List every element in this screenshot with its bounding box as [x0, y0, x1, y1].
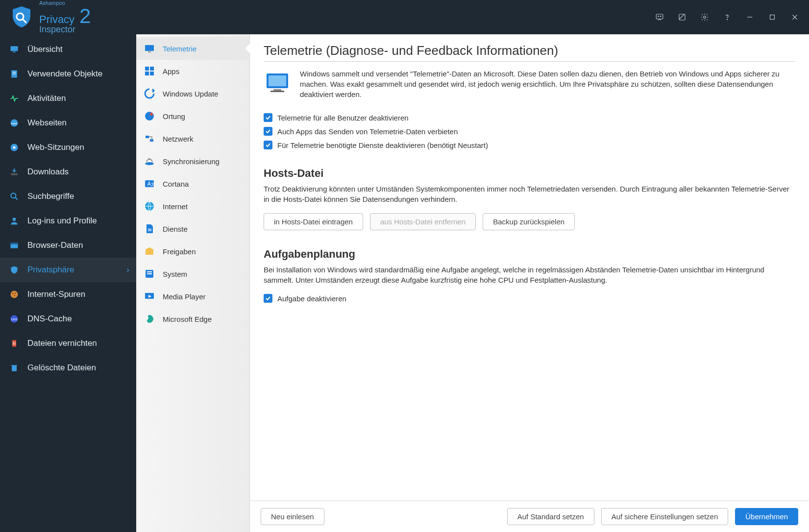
- apply-button[interactable]: Übernehmen: [735, 508, 798, 525]
- download-icon: [9, 167, 20, 177]
- svg-rect-33: [12, 340, 16, 346]
- category-item-system[interactable]: System: [136, 263, 249, 285]
- close-icon[interactable]: [784, 7, 805, 27]
- task-disable-checkbox[interactable]: Aufgabe deaktivieren: [264, 294, 795, 303]
- secure-settings-button[interactable]: Auf sichere Einstellungen setzen: [601, 508, 729, 525]
- svg-rect-39: [148, 51, 151, 52]
- window-controls: [649, 7, 805, 27]
- browser-icon: [9, 240, 20, 251]
- category-label: Apps: [163, 67, 179, 75]
- category-item-cortana[interactable]: A文Cortana: [136, 172, 249, 195]
- checkbox-checked-icon: [264, 127, 272, 136]
- activity-icon: [9, 93, 20, 104]
- sidebar-item-label: Webseiten: [27, 118, 67, 128]
- sidebar-item-label: Web-Sitzungen: [27, 143, 84, 152]
- hosts-add-button[interactable]: in Hosts-Datei eintragen: [264, 213, 363, 230]
- sidebar-item-label: DNS-Cache: [27, 314, 72, 324]
- checkbox-label: Telemetrie für alle Benutzer deaktiviere…: [277, 114, 409, 122]
- svg-rect-5: [679, 14, 685, 20]
- category-item-windows-update[interactable]: Windows Update: [136, 82, 249, 105]
- minimize-icon[interactable]: [739, 7, 760, 27]
- sidebar: ÜbersichtVerwendete ObjekteAktivitätenww…: [0, 34, 136, 532]
- sidebar-item-cookie[interactable]: Internet-Spuren: [0, 282, 136, 307]
- checkbox-checked-icon: [264, 141, 272, 149]
- category-item-synchronisierung[interactable]: Synchronisierung: [136, 150, 249, 172]
- hosts-title: Hosts-Datei: [264, 167, 795, 180]
- shield-icon: [9, 265, 20, 275]
- reload-button[interactable]: Neu einlesen: [261, 508, 324, 525]
- svg-rect-9: [770, 15, 775, 20]
- reset-default-button[interactable]: Auf Standard setzen: [507, 508, 594, 525]
- sidebar-item-download[interactable]: Downloads: [0, 160, 136, 184]
- category-item-ortung[interactable]: Ortung: [136, 105, 249, 127]
- svg-point-6: [704, 16, 706, 19]
- svg-rect-16: [13, 73, 16, 74]
- content-area: Telemetrie (Diagnose- und Feedback Infor…: [250, 34, 809, 532]
- app-window: Ashampoo Privacy Inspector 2 Übers: [0, 0, 809, 532]
- sidebar-item-monitor[interactable]: Übersicht: [0, 37, 136, 62]
- category-icon: [143, 245, 156, 258]
- category-label: Netzwerk: [163, 135, 194, 143]
- sidebar-item-document[interactable]: Verwendete Objekte: [0, 62, 136, 86]
- category-item-netzwerk[interactable]: Netzwerk: [136, 127, 249, 150]
- category-item-media-player[interactable]: Media Player: [136, 285, 249, 308]
- sidebar-item-shred[interactable]: Dateien vernichten: [0, 331, 136, 356]
- category-item-freigaben[interactable]: Freigaben: [136, 240, 249, 263]
- sidebar-item-label: Browser-Daten: [27, 241, 83, 250]
- globe-icon: www: [9, 118, 20, 128]
- category-item-microsoft-edge[interactable]: Microsoft Edge: [136, 308, 249, 330]
- svg-rect-61: [269, 75, 286, 86]
- maximize-icon[interactable]: [762, 7, 783, 27]
- sidebar-item-label: Verwendete Objekte: [27, 69, 102, 79]
- sidebar-item-search[interactable]: Suchbegriffe: [0, 184, 136, 209]
- category-item-apps[interactable]: Apps: [136, 60, 249, 82]
- telemetry-checkbox-0[interactable]: Telemetrie für alle Benutzer deaktiviere…: [264, 113, 795, 122]
- note-icon[interactable]: [672, 7, 692, 27]
- category-label: Dienste: [163, 225, 188, 233]
- sidebar-item-globe[interactable]: wwwWebseiten: [0, 111, 136, 135]
- category-label: Synchronisierung: [163, 157, 220, 166]
- help-icon[interactable]: [717, 7, 737, 27]
- task-disable-label: Aufgabe deaktivieren: [277, 294, 346, 303]
- telemetry-checkbox-1[interactable]: Auch Apps das Senden von Telemetrie-Date…: [264, 127, 795, 136]
- sidebar-item-browser[interactable]: Browser-Daten: [0, 233, 136, 258]
- sidebar-item-user[interactable]: Log-ins und Profile: [0, 209, 136, 233]
- sidebar-item-activity[interactable]: Aktivitäten: [0, 86, 136, 111]
- sidebar-item-label: Log-ins und Profile: [27, 216, 97, 226]
- svg-rect-53: [148, 229, 151, 230]
- tasks-desc: Bei Installation von Windows wird standa…: [264, 265, 795, 285]
- telemetry-checkbox-2[interactable]: Für Telemetrie benötigte Dienste deaktiv…: [264, 141, 795, 149]
- sidebar-item-trash[interactable]: Gelöschte Dateien: [0, 356, 136, 380]
- sidebar-item-label: Privatsphäre: [27, 265, 74, 275]
- category-item-internet[interactable]: Internet: [136, 195, 249, 218]
- shred-icon: [9, 338, 20, 349]
- category-item-dienste[interactable]: Dienste: [136, 218, 249, 240]
- page-title: Telemetrie (Diagnose- und Feedback Infor…: [264, 43, 795, 62]
- category-item-telemetrie[interactable]: Telemetrie: [136, 37, 249, 60]
- sidebar-item-session[interactable]: Web-Sitzungen: [0, 135, 136, 160]
- hosts-remove-button: aus Hosts-Datei entfernen: [370, 213, 476, 230]
- category-icon: A文: [143, 177, 156, 190]
- svg-rect-26: [11, 242, 18, 244]
- category-icon: [143, 313, 156, 325]
- trash-icon: [9, 363, 20, 373]
- feedback-icon[interactable]: [649, 7, 670, 27]
- sidebar-item-label: Suchbegriffe: [27, 192, 74, 201]
- brand-sub: Inspector: [39, 25, 75, 34]
- svg-point-7: [727, 19, 727, 20]
- category-label: Internet: [163, 202, 188, 211]
- checkbox-checked-icon: [264, 294, 272, 303]
- svg-text:DNS: DNS: [11, 318, 17, 321]
- sidebar-item-shield[interactable]: Privatsphäre›: [0, 258, 136, 282]
- telemetry-illustration-icon: [264, 69, 291, 96]
- sidebar-item-dns[interactable]: DNSDNS-Cache: [0, 307, 136, 331]
- hosts-restore-button[interactable]: Backup zurückspielen: [483, 213, 575, 230]
- category-icon: [143, 200, 156, 213]
- gear-icon[interactable]: [694, 7, 715, 27]
- checkbox-label: Für Telemetrie benötigte Dienste deaktiv…: [277, 141, 488, 149]
- svg-point-30: [14, 295, 16, 296]
- category-icon: [143, 222, 156, 235]
- brand-version: 2: [79, 6, 91, 26]
- svg-rect-62: [273, 89, 281, 91]
- hosts-desc: Trotz Deaktivierung könnten unter Umstän…: [264, 184, 795, 204]
